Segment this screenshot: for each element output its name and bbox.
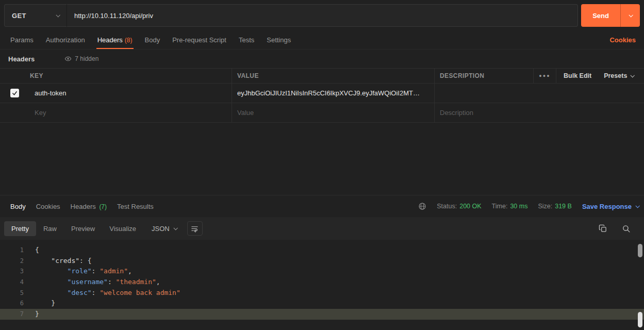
- table-row: auth-token eyJhbGciOiJIUzI1NiIsInR5cCI6I…: [0, 84, 644, 103]
- tab-tests[interactable]: Tests: [234, 31, 259, 49]
- tab-tests-label: Tests: [239, 36, 254, 44]
- tab-params[interactable]: Params: [5, 31, 39, 49]
- save-response-button[interactable]: Save Response: [582, 203, 639, 210]
- response-tab-body-label: Body: [10, 203, 26, 210]
- tab-authorization[interactable]: Authorization: [41, 31, 90, 49]
- time-badge: Time: 30 ms: [492, 203, 528, 210]
- tab-headers[interactable]: Headers (8): [92, 31, 138, 49]
- globe-icon: [418, 202, 426, 210]
- new-value-cell[interactable]: Value: [232, 103, 435, 122]
- headers-subbar: Headers 7 hidden: [0, 50, 644, 68]
- table-row-new: Key Value Description: [0, 103, 644, 123]
- code-text: "creds": {: [24, 256, 92, 267]
- cookies-link-label: Cookies: [609, 36, 636, 44]
- size-value: 319 B: [555, 203, 572, 210]
- copy-button[interactable]: [599, 224, 607, 233]
- headers-panel-title: Headers: [8, 55, 35, 63]
- row-checkbox-cell: [0, 103, 29, 122]
- headers-table-actions: ●●● Bulk Edit Presets: [534, 69, 644, 83]
- format-dropdown[interactable]: JSON: [152, 225, 177, 233]
- view-visualize-button[interactable]: Visualize: [102, 221, 143, 236]
- line-number: 7: [0, 309, 24, 320]
- code-line: 6 }: [0, 298, 644, 309]
- cookies-link[interactable]: Cookies: [605, 31, 640, 49]
- tab-authorization-label: Authorization: [46, 36, 85, 44]
- hidden-headers-toggle[interactable]: 7 hidden: [60, 53, 103, 64]
- chevron-down-icon: [56, 13, 60, 17]
- tab-params-label: Params: [10, 36, 34, 44]
- view-pretty-button[interactable]: Pretty: [4, 221, 36, 236]
- tab-headers-count: (8): [125, 37, 133, 44]
- line-number: 1: [0, 245, 24, 256]
- wrap-lines-button[interactable]: [187, 221, 203, 236]
- time-label: Time:: [492, 203, 508, 210]
- tab-settings[interactable]: Settings: [261, 31, 296, 49]
- headers-table-head: KEY VALUE DESCRIPTION ●●● Bulk Edit Pres…: [0, 68, 644, 84]
- eye-icon: [64, 55, 72, 62]
- code-line-active: 7 }: [0, 309, 644, 320]
- new-key-cell[interactable]: Key: [29, 103, 232, 122]
- status-value: 200 OK: [459, 203, 481, 210]
- status-label: Status:: [437, 203, 457, 210]
- response-tabs: Body Cookies Headers (7) Test Results St…: [0, 195, 644, 217]
- presets-label: Presets: [604, 72, 627, 79]
- check-icon: [12, 90, 18, 96]
- send-options-button[interactable]: [620, 4, 640, 27]
- tab-prerequest-script[interactable]: Pre-request Script: [167, 31, 232, 49]
- header-description-cell[interactable]: [435, 84, 644, 103]
- tab-prerequest-label: Pre-request Script: [172, 36, 226, 44]
- line-number: 2: [0, 256, 24, 267]
- response-tab-test-results-label: Test Results: [117, 203, 154, 210]
- new-description-cell[interactable]: Description: [435, 103, 644, 122]
- more-options-icon[interactable]: ●●●: [534, 69, 556, 83]
- code-text: "desc": "welcome back admin": [24, 288, 180, 299]
- column-header-description: DESCRIPTION: [435, 69, 534, 83]
- tab-settings-label: Settings: [267, 36, 291, 44]
- code-text: "username": "theadmin",: [24, 277, 160, 288]
- header-value-cell[interactable]: eyJhbGciOiJIUzI1NiIsInR5cCI6IkpXVCJ9.eyJ…: [232, 84, 435, 103]
- code-line: 5 "desc": "welcome back admin": [0, 288, 644, 299]
- size-badge: Size: 319 B: [538, 203, 571, 210]
- line-number: 3: [0, 266, 24, 277]
- line-number: 6: [0, 298, 24, 309]
- view-preview-button[interactable]: Preview: [64, 221, 102, 236]
- tab-headers-label: Headers: [97, 36, 123, 44]
- network-info-button[interactable]: [418, 202, 426, 210]
- line-number: 4: [0, 277, 24, 288]
- headers-table: KEY VALUE DESCRIPTION ●●● Bulk Edit Pres…: [0, 68, 644, 123]
- code-text: }: [24, 309, 39, 320]
- response-tab-body[interactable]: Body: [5, 203, 31, 210]
- url-input[interactable]: [67, 4, 578, 27]
- copy-icon: [599, 224, 607, 233]
- save-response-label: Save Response: [582, 203, 632, 210]
- chevron-down-icon: [629, 13, 633, 17]
- search-button[interactable]: [622, 224, 631, 233]
- empty-space: [0, 123, 644, 195]
- header-key-cell[interactable]: auth-token: [29, 84, 232, 103]
- view-raw-button[interactable]: Raw: [36, 221, 64, 236]
- response-tab-test-results[interactable]: Test Results: [112, 203, 159, 210]
- response-body-code: 1 { 2 "creds": { 3 "role": "admin", 4 "u…: [0, 240, 644, 330]
- chevron-down-icon: [631, 73, 635, 77]
- code-text: "role": "admin",: [24, 266, 132, 277]
- response-tab-cookies-label: Cookies: [36, 203, 60, 210]
- bulk-edit-button[interactable]: Bulk Edit: [556, 72, 599, 79]
- send-split-button: Send: [581, 4, 640, 27]
- hidden-headers-label: 7 hidden: [75, 55, 98, 62]
- code-text: }: [24, 298, 55, 309]
- status-badge: Status: 200 OK: [437, 203, 481, 210]
- scrollbar-thumb[interactable]: [638, 244, 642, 257]
- presets-dropdown[interactable]: Presets: [599, 72, 639, 79]
- send-button[interactable]: Send: [581, 4, 620, 27]
- scrollbar-thumb[interactable]: [638, 312, 642, 327]
- tab-body[interactable]: Body: [140, 31, 166, 49]
- time-value: 30 ms: [510, 203, 527, 210]
- size-label: Size:: [538, 203, 552, 210]
- chevron-down-icon: [635, 204, 639, 208]
- response-tab-cookies[interactable]: Cookies: [31, 203, 65, 210]
- response-tab-headers[interactable]: Headers (7): [65, 203, 112, 210]
- code-text: {: [24, 245, 39, 256]
- column-header-key: KEY: [0, 69, 232, 83]
- row-checkbox-checked[interactable]: [10, 89, 19, 97]
- method-dropdown[interactable]: GET: [4, 4, 67, 27]
